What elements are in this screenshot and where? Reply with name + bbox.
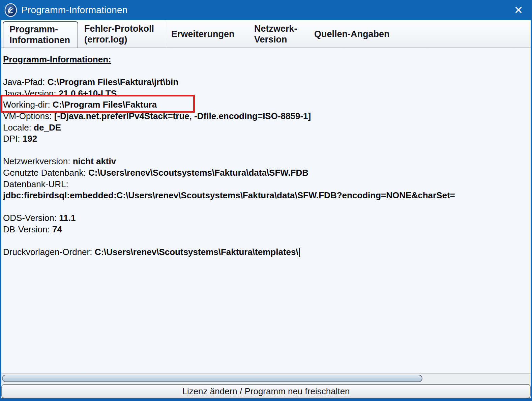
tab-erweiterungen[interactable]: Erweiterungen [165,20,248,48]
app-logo-icon [4,3,18,17]
info-row-genutzte-datenbank: Genutzte Datenbank: C:\Users\renev\Scout… [3,167,531,179]
info-row-jdbc-url: jdbc:firebirdsql:embedded:C:\Users\renev… [3,190,531,201]
window-border-left [0,20,1,401]
window-border-bottom [0,398,532,401]
window-border-right [531,20,532,401]
program-information-dialog: Programm-Informationen ✕ Programm- Infor… [0,0,532,401]
close-button[interactable]: ✕ [509,0,528,20]
title-bar[interactable]: Programm-Informationen ✕ [0,0,532,20]
info-row-netzwerkversion: Netzwerkversion: nicht aktiv [3,156,531,167]
info-row-ods-version: ODS-Version: 11.1 [3,212,531,224]
tab-bar: Programm- Informationen Fehler-Protokoll… [1,20,531,48]
info-row-java-version: Java-Version: 21.0.6+10-LTS [3,88,531,99]
horizontal-scrollbar-thumb[interactable] [2,375,422,382]
info-row-datenbank-url-label: Datenbank-URL: [3,179,531,190]
info-row-locale: Locale: de_DE [3,122,531,134]
info-row-dpi: DPI: 192 [3,133,531,145]
blank-line [3,65,531,77]
blank-line [3,201,531,213]
license-change-button[interactable]: Lizenz ändern / Programm neu freischalte… [1,384,531,398]
window-title: Programm-Informationen [21,5,128,16]
info-row-working-dir: Working-dir: C:\Program Files\Faktura [3,99,531,111]
tab-netzwerk-version[interactable]: Netzwerk- Version [248,20,308,48]
horizontal-scrollbar-track[interactable] [1,373,531,383]
tab-quellen-angaben[interactable]: Quellen-Angaben [308,20,403,48]
info-text-pane[interactable]: Programm-Informationen: Java-Pfad: C:\Pr… [1,49,531,373]
blank-line [3,235,531,247]
blank-line [3,145,531,156]
info-row-java-pfad: Java-Pfad: C:\Program Files\Faktura\jrt\… [3,77,531,88]
info-row-vm-options: VM-Options: [-Djava.net.preferIPv4Stack=… [3,111,531,122]
info-row-db-version: DB-Version: 74 [3,224,531,235]
info-row-druckvorlagen-ordner: Druckvorlagen-Ordner: C:\Users\renev\Sco… [3,247,531,258]
content-heading: Programm-Informationen: [3,54,531,65]
text-caret [299,248,300,257]
tab-programm-informationen[interactable]: Programm- Informationen [3,21,78,48]
close-icon: ✕ [514,4,523,17]
tab-fehler-protokoll[interactable]: Fehler-Protokoll (error.log) [78,20,165,48]
footer-button-row: Lizenz ändern / Programm neu freischalte… [1,384,531,398]
